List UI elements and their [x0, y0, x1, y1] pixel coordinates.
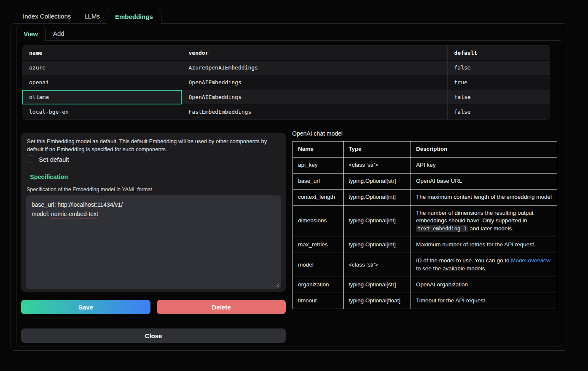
param-name: context_length	[293, 189, 344, 205]
param-row-api_key: api_key<class 'str'>API key	[293, 157, 557, 173]
cell-default[interactable]: false	[447, 60, 550, 75]
tab-view[interactable]: View	[16, 26, 46, 41]
param-row-timeout: timeouttyping.Optional[float]Timeout for…	[293, 293, 557, 309]
embeddings-panel: View Add name vendor default azureAzureO…	[11, 23, 567, 351]
param-type: typing.Optional[int]	[344, 237, 411, 253]
param-type: typing.Optional[int]	[344, 189, 411, 205]
cell-vendor[interactable]: OpenAIEmbeddings	[182, 90, 447, 104]
delete-button[interactable]: Delete	[157, 300, 286, 314]
cell-vendor[interactable]: FastEmbedEmbeddings	[182, 104, 447, 119]
embeddings-table: name vendor default azureAzureOpenAIEmbe…	[22, 45, 550, 120]
param-row-context_length: context_lengthtyping.Optional[int]The ma…	[293, 189, 557, 205]
misspelled-word: nomic-embed-text	[51, 211, 98, 217]
cell-default[interactable]: true	[447, 75, 550, 90]
column-header-param-description: Description	[411, 141, 557, 157]
param-name: timeout	[293, 293, 344, 309]
inline-code: text-embedding-3	[416, 225, 468, 232]
close-button[interactable]: Close	[21, 328, 286, 343]
save-button[interactable]: Save	[21, 300, 150, 314]
param-description: The maximum context length of the embedd…	[411, 189, 557, 205]
params-panel-title: OpenAI chat model	[292, 130, 343, 137]
param-row-dimensions: dimensionstyping.Optional[int]The number…	[293, 205, 557, 237]
param-description: The number of dimensions the resulting o…	[411, 205, 557, 237]
param-row-model: model<class 'str'>ID of the model to use…	[293, 253, 557, 277]
param-row-max_retries: max_retriestyping.Optional[int]Maximum n…	[293, 237, 557, 253]
params-table: Name Type Description api_key<class 'str…	[293, 141, 557, 309]
column-header-param-type: Type	[344, 141, 411, 157]
param-type: <class 'str'>	[344, 253, 411, 277]
param-description: Timeout for the API request.	[411, 293, 557, 309]
tab-index-collections[interactable]: Index Collections	[16, 9, 78, 24]
embedding-row-azure[interactable]: azureAzureOpenAIEmbeddingsfalse	[22, 60, 550, 75]
param-name: model	[293, 253, 344, 277]
param-description: API key	[411, 157, 557, 173]
param-row-base_url: base_urltyping.Optional[str]OpenAI base …	[293, 173, 557, 189]
embedding-config-card: Set this Embedding model as default. Thi…	[21, 133, 286, 292]
default-description: Set this Embedding model as default. Thi…	[27, 138, 280, 154]
embedding-row-openai[interactable]: openaiOpenAIEmbeddingstrue	[22, 75, 550, 90]
param-type: typing.Optional[str]	[344, 277, 411, 293]
param-name: api_key	[293, 157, 344, 173]
yaml-line: model: nomic-embed-text	[32, 209, 275, 219]
cell-vendor[interactable]: AzureOpenAIEmbeddings	[182, 60, 447, 75]
embedding-row-local-bge-en[interactable]: local-bge-enFastEmbedEmbeddingsfalse	[22, 104, 550, 119]
param-type: typing.Optional[float]	[344, 293, 411, 309]
sub-tab-bar: View Add	[16, 26, 72, 41]
cell-name[interactable]: openai	[22, 75, 182, 90]
param-name: organization	[293, 277, 344, 293]
cell-default[interactable]: false	[447, 104, 550, 119]
params-table-header: Name Type Description	[293, 141, 557, 157]
param-name: max_retries	[293, 237, 344, 253]
yaml-spec-editor[interactable]: base_url: http://localhost:11434/v1/ mod…	[26, 195, 281, 289]
column-header-default[interactable]: default	[447, 45, 550, 60]
set-default-row: Set default	[27, 155, 69, 163]
cell-name[interactable]: azure	[22, 60, 182, 75]
view-panel: name vendor default azureAzureOpenAIEmbe…	[16, 40, 562, 347]
param-description: OpenAI base URL	[411, 173, 557, 189]
column-header-name[interactable]: name	[22, 45, 182, 60]
tab-llms[interactable]: LLMs	[78, 9, 107, 24]
main-tab-bar: Index Collections LLMs Embeddings	[16, 9, 161, 24]
specification-heading: Specification	[30, 173, 68, 180]
cell-default[interactable]: false	[447, 90, 550, 104]
tab-embeddings[interactable]: Embeddings	[107, 9, 161, 24]
set-default-label: Set default	[39, 156, 69, 163]
cell-name[interactable]: local-bge-en	[22, 104, 182, 119]
specification-description: Specification of the Embedding model in …	[27, 187, 152, 192]
resize-handle-icon[interactable]	[275, 283, 279, 288]
yaml-line: base_url: http://localhost:11434/v1/	[32, 200, 275, 209]
param-description: Maximum number of retries for the API re…	[411, 237, 557, 253]
param-type: <class 'str'>	[344, 157, 411, 173]
param-name: base_url	[293, 173, 344, 189]
tab-add[interactable]: Add	[46, 26, 72, 41]
param-type: typing.Optional[int]	[344, 205, 411, 237]
cell-vendor[interactable]: OpenAIEmbeddings	[182, 75, 447, 90]
cell-name[interactable]: ollama	[22, 90, 182, 104]
embedding-row-ollama[interactable]: ollamaOpenAIEmbeddingsfalse	[22, 90, 550, 104]
param-description: ID of the model to use. You can go to Mo…	[411, 253, 557, 277]
set-default-checkbox[interactable]	[27, 155, 34, 163]
embeddings-table-header: name vendor default	[22, 45, 550, 60]
column-header-param-name: Name	[293, 141, 344, 157]
param-type: typing.Optional[str]	[344, 173, 411, 189]
param-description: OpenAI organization	[411, 277, 557, 293]
param-name: dimensions	[293, 205, 344, 237]
column-header-vendor[interactable]: vendor	[182, 45, 447, 60]
model-overview-link[interactable]: Model overview	[511, 257, 550, 264]
param-row-organization: organizationtyping.Optional[str]OpenAI o…	[293, 277, 557, 293]
